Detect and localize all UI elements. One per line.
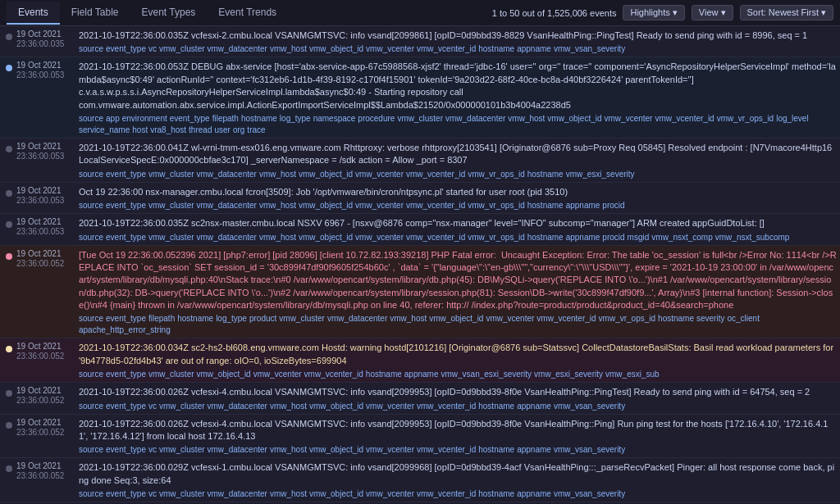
highlights-button[interactable]: Highlights ▾ — [623, 5, 684, 20]
event-tag[interactable]: hostname — [527, 233, 564, 242]
event-row[interactable]: 19 Oct 202123:36:00.052[Tue Oct 19 22:36… — [0, 246, 840, 339]
event-tag[interactable]: vmw_vcenter — [366, 44, 414, 53]
events-container[interactable]: 19 Oct 202123:36:00.0352021-10-19T22:36:… — [0, 26, 840, 504]
event-tag[interactable]: vmw_esxi_sub — [605, 370, 660, 379]
event-tag[interactable]: event_type — [106, 44, 146, 53]
event-tag[interactable]: filepath — [212, 114, 239, 123]
event-tag[interactable]: vmw_vcenter_id — [536, 314, 596, 323]
event-tag[interactable]: source — [79, 445, 103, 454]
event-tag[interactable]: vmw_vcenter_id — [406, 201, 465, 210]
event-tag[interactable]: vmw_cluster — [148, 370, 194, 379]
event-tag[interactable]: vmw_host — [259, 233, 296, 242]
event-tag[interactable]: vmw_datacenter — [197, 170, 257, 179]
event-tag[interactable]: vmw_host — [508, 114, 545, 123]
event-tag[interactable]: org — [233, 125, 244, 134]
event-tag[interactable]: event_type — [106, 489, 146, 498]
event-tag[interactable]: hostname — [478, 445, 514, 454]
event-tag[interactable]: vc — [148, 44, 157, 53]
event-tag[interactable]: vmw_vcenter_id — [406, 170, 465, 179]
event-tag[interactable]: source — [79, 114, 103, 123]
event-tag[interactable]: vmw_cluster — [148, 170, 194, 179]
event-tag[interactable]: procedure — [358, 114, 395, 123]
event-tag[interactable]: vc — [148, 445, 157, 454]
event-tag[interactable]: service_name — [79, 125, 130, 134]
event-tag[interactable]: vmw_vsan_esxi_severity — [441, 370, 532, 379]
event-tag[interactable]: vmw_cluster — [148, 201, 194, 210]
event-tag[interactable]: appname — [404, 370, 439, 379]
tab-event-trends[interactable]: Event Trends — [207, 2, 288, 25]
event-tag[interactable]: vmw_cluster — [279, 314, 325, 323]
event-tag[interactable]: product — [249, 314, 276, 323]
event-tag[interactable]: environment — [122, 114, 167, 123]
event-tag[interactable]: filepath — [148, 314, 175, 323]
event-tag[interactable]: source — [79, 489, 103, 498]
event-row[interactable]: 19 Oct 202123:36:00.0352021-10-19T22:36:… — [0, 26, 840, 57]
event-tag[interactable]: vmw_vr_ops_id — [468, 233, 524, 242]
event-tag[interactable]: event_type — [106, 314, 146, 323]
event-tag[interactable]: vmw_object_id — [309, 402, 363, 411]
event-tag[interactable]: source — [79, 44, 103, 53]
event-tag[interactable]: appname — [517, 402, 551, 411]
event-tag[interactable]: vmw_datacenter — [208, 489, 267, 498]
event-tag[interactable]: vmw_cluster — [159, 402, 205, 411]
event-tag[interactable]: log_level — [776, 114, 808, 123]
event-tag[interactable]: vmw_cluster — [397, 114, 443, 123]
event-tag[interactable]: apache_http_error_string — [79, 325, 171, 334]
event-row[interactable]: 19 Oct 202123:36:00.0522021-10-19T22:36:… — [0, 458, 840, 502]
event-tag[interactable]: host — [132, 125, 148, 134]
event-tag[interactable]: vmw_host — [270, 489, 307, 498]
event-row[interactable]: 19 Oct 202123:36:00.0532021-10-19T22:36:… — [0, 214, 840, 245]
event-tag[interactable]: hostname — [478, 44, 514, 53]
event-tag[interactable]: vmw_vcenter_id — [417, 44, 476, 53]
event-tag[interactable]: vmw_vcenter_id — [417, 489, 476, 498]
event-tag[interactable]: appname — [566, 201, 600, 210]
event-tag[interactable]: vmw_vcenter_id — [655, 114, 714, 123]
event-tag[interactable]: vmw_vcenter — [366, 489, 414, 498]
event-tag[interactable]: appname — [517, 445, 551, 454]
event-row[interactable]: 19 Oct 202123:36:00.0532021-10-19T22:36:… — [0, 57, 840, 138]
event-tag[interactable]: vmw_vsan_severity — [554, 489, 625, 498]
event-tag[interactable]: log_type — [216, 314, 247, 323]
event-tag[interactable]: appname — [566, 233, 600, 242]
tab-events[interactable]: Events — [7, 2, 60, 25]
event-tag[interactable]: app — [106, 114, 120, 123]
event-tag[interactable]: vmw_vr_ops_id — [599, 314, 655, 323]
event-tag[interactable]: vmw_esxi_severity — [566, 170, 635, 179]
event-row[interactable]: 19 Oct 202123:36:00.0522021-10-19T22:36:… — [0, 415, 840, 459]
event-tag[interactable]: vmw_object_id — [299, 233, 353, 242]
event-tag[interactable]: vmw_vcenter — [355, 201, 404, 210]
event-tag[interactable]: msgid — [628, 233, 650, 242]
event-tag[interactable]: hostname — [658, 314, 694, 323]
event-tag[interactable]: vmw_object_id — [299, 170, 353, 179]
event-tag[interactable]: vmw_cluster — [159, 445, 205, 454]
event-tag[interactable]: hostname — [527, 170, 564, 179]
event-tag[interactable]: vmw_host — [270, 402, 307, 411]
event-tag[interactable]: hostname — [177, 314, 213, 323]
event-tag[interactable]: vmw_object_id — [547, 114, 601, 123]
event-tag[interactable]: vmw_host — [259, 201, 296, 210]
event-tag[interactable]: vmw_object_id — [309, 445, 363, 454]
event-row[interactable]: 19 Oct 202123:36:00.0522021-10-19T22:36:… — [0, 338, 840, 383]
event-tag[interactable]: trace — [247, 125, 265, 134]
event-tag[interactable]: vmw_vsan_severity — [554, 44, 625, 53]
event-row[interactable]: 19 Oct 202123:36:00.053Oct 19 22:36:00 n… — [0, 183, 840, 214]
event-tag[interactable]: namespace — [313, 114, 356, 123]
event-tag[interactable]: vmw_datacenter — [197, 201, 257, 210]
event-tag[interactable]: source — [79, 402, 103, 411]
event-tag[interactable]: vmw_datacenter — [208, 402, 267, 411]
event-tag[interactable]: vmw_vcenter — [253, 370, 302, 379]
event-tag[interactable]: vmw_vr_ops_id — [468, 201, 524, 210]
event-tag[interactable]: appname — [517, 489, 551, 498]
event-tag[interactable]: vmw_esxi_severity — [534, 370, 603, 379]
event-tag[interactable]: vmw_datacenter — [208, 44, 267, 53]
event-tag[interactable]: log_type — [280, 114, 311, 123]
tab-event-types[interactable]: Event Types — [130, 2, 208, 25]
event-tag[interactable]: vmw_vcenter — [486, 314, 534, 323]
event-tag[interactable]: hostname — [527, 201, 564, 210]
event-tag[interactable]: procid — [602, 201, 624, 210]
event-tag[interactable]: hostname — [478, 489, 514, 498]
event-tag[interactable]: vmw_object_id — [299, 201, 353, 210]
event-tag[interactable]: vmw_vr_ops_id — [717, 114, 774, 123]
event-tag[interactable]: thread — [189, 125, 212, 134]
event-tag[interactable]: source — [79, 170, 103, 179]
